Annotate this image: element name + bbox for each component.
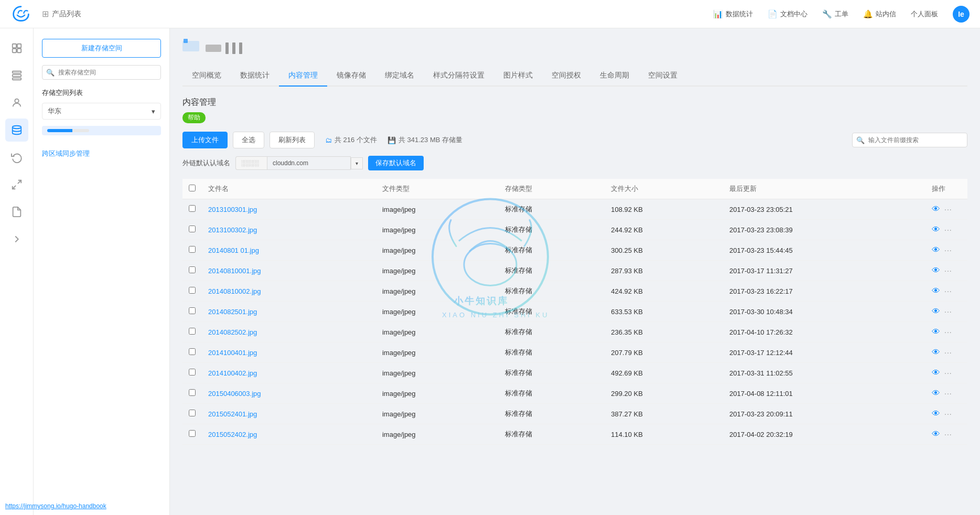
row-checkbox-6 [182, 322, 202, 342]
user-avatar[interactable]: Ie [953, 6, 970, 23]
svg-rect-4 [12, 71, 21, 73]
nav-stat[interactable]: 📊 数据统计 [713, 9, 753, 19]
view-btn-4[interactable]: 👁 [932, 286, 940, 296]
sidebar-icon-doc[interactable] [5, 200, 28, 223]
svg-rect-1 [17, 44, 20, 48]
view-btn-1[interactable]: 👁 [932, 225, 940, 234]
header-actions: 操作 [925, 179, 967, 199]
cell-filetype-7: image/jpeg [376, 342, 499, 363]
view-btn-6[interactable]: 👁 [932, 327, 940, 337]
svg-point-7 [15, 99, 18, 103]
row-check-7[interactable] [189, 348, 196, 355]
tab-domain[interactable]: 绑定域名 [375, 66, 424, 87]
bell-icon: 🔔 [863, 9, 873, 19]
row-checkbox-8 [182, 363, 202, 383]
domain-main[interactable]: clouddn.com [267, 156, 351, 170]
view-btn-9[interactable]: 👁 [932, 389, 940, 398]
tab-settings[interactable]: 空间设置 [639, 66, 687, 87]
refresh-button[interactable]: 刷新列表 [270, 132, 315, 148]
tab-stats[interactable]: 数据统计 [231, 66, 279, 87]
view-btn-7[interactable]: 👁 [932, 348, 940, 357]
domain-dropdown-arrow[interactable]: ▾ [351, 157, 363, 169]
top-nav: ⊞ 产品列表 📊 数据统计 📄 文档中心 🔧 工单 🔔 站内信 个人面板 Ie [0, 0, 980, 28]
tab-overview[interactable]: 空间概览 [182, 66, 231, 87]
nav-ticket[interactable]: 🔧 工单 [822, 9, 848, 19]
table-row: 20140801 01.jpg image/jpeg 标准存储 300.25 K… [182, 240, 967, 261]
cross-region-link[interactable]: 跨区域同步管理 [42, 146, 161, 162]
sidebar-icon-expand[interactable] [5, 173, 28, 196]
more-btn-8[interactable]: ··· [944, 369, 952, 377]
help-badge[interactable]: 帮助 [182, 112, 206, 123]
view-btn-5[interactable]: 👁 [932, 307, 940, 316]
cell-filetype-9: image/jpeg [376, 383, 499, 404]
more-btn-1[interactable]: ··· [944, 226, 952, 234]
tab-mirror[interactable]: 镜像存储 [327, 66, 375, 87]
select-all-button[interactable]: 全选 [233, 132, 264, 148]
cell-storagetype-3: 标准存储 [499, 261, 605, 281]
file-search-input[interactable] [852, 133, 967, 147]
space-search-input[interactable] [42, 65, 161, 80]
row-check-1[interactable] [189, 226, 196, 232]
header-storagetype: 存储类型 [499, 179, 605, 199]
nav-profile[interactable]: 个人面板 [911, 9, 938, 19]
more-btn-11[interactable]: ··· [944, 430, 952, 438]
view-btn-0[interactable]: 👁 [932, 205, 940, 214]
more-btn-6[interactable]: ··· [944, 328, 952, 336]
more-btn-9[interactable]: ··· [944, 389, 952, 398]
cell-updated-1: 2017-03-23 23:08:39 [723, 220, 925, 240]
row-check-11[interactable] [189, 430, 196, 437]
tabs: 空间概览 数据统计 内容管理 镜像存储 绑定域名 样式分隔符设置 图片样式 空间… [182, 66, 967, 87]
cell-filename-11: 2015052402.jpg [202, 424, 376, 445]
more-btn-5[interactable]: ··· [944, 307, 952, 316]
cell-actions-4: 👁 ··· [925, 281, 967, 302]
region-selector[interactable]: 华东 ▾ [42, 103, 161, 120]
upload-button[interactable]: 上传文件 [182, 132, 228, 148]
sidebar-icon-list[interactable] [5, 64, 28, 87]
view-btn-8[interactable]: 👁 [932, 368, 940, 378]
row-check-9[interactable] [189, 389, 196, 396]
row-check-2[interactable] [189, 246, 196, 253]
bottom-link[interactable]: https://jimmysong.io/hugo-handbook [5, 502, 106, 510]
more-btn-7[interactable]: ··· [944, 348, 952, 357]
cell-filename-4: 20140810002.jpg [202, 281, 376, 302]
row-check-5[interactable] [189, 307, 196, 314]
sidebar-icon-refresh[interactable] [5, 146, 28, 169]
tab-auth[interactable]: 空间授权 [542, 66, 590, 87]
view-btn-10[interactable]: 👁 [932, 409, 940, 419]
view-btn-11[interactable]: 👁 [932, 430, 940, 439]
more-btn-4[interactable]: ··· [944, 287, 952, 295]
cell-filetype-2: image/jpeg [376, 240, 499, 261]
nav-message[interactable]: 🔔 站内信 [863, 9, 896, 19]
view-btn-2[interactable]: 👁 [932, 245, 940, 255]
sidebar-icon-dashboard[interactable] [5, 37, 28, 60]
tab-separator[interactable]: 样式分隔符设置 [424, 66, 494, 87]
space-item[interactable] [42, 126, 161, 135]
sidebar-icon-arrow[interactable] [5, 228, 28, 251]
more-btn-2[interactable]: ··· [944, 246, 952, 254]
tab-lifecycle[interactable]: 生命周期 [590, 66, 639, 87]
row-check-6[interactable] [189, 328, 196, 335]
nav-doc[interactable]: 📄 文档中心 [768, 9, 807, 19]
row-check-4[interactable] [189, 287, 196, 294]
sidebar-icon-user[interactable] [5, 91, 28, 114]
left-panel: 新建存储空间 🔍 存储空间列表 华东 ▾ 跨区域同步管理 [34, 28, 170, 515]
more-btn-0[interactable]: ··· [944, 205, 952, 213]
save-domain-button[interactable]: 保存默认域名 [368, 156, 424, 170]
row-check-0[interactable] [189, 205, 196, 212]
sidebar-icon-storage[interactable] [5, 119, 28, 142]
row-check-3[interactable] [189, 266, 196, 273]
new-space-button[interactable]: 新建存储空间 [42, 39, 161, 58]
cell-storagetype-11: 标准存储 [499, 424, 605, 445]
view-btn-3[interactable]: 👁 [932, 266, 940, 275]
storage-indicator [47, 129, 89, 132]
more-btn-10[interactable]: ··· [944, 410, 952, 418]
tab-content[interactable]: 内容管理 [279, 66, 327, 87]
row-check-10[interactable] [189, 410, 196, 416]
logo[interactable] [10, 4, 31, 25]
more-btn-3[interactable]: ··· [944, 266, 952, 275]
tab-imgstyle[interactable]: 图片样式 [494, 66, 542, 87]
row-check-8[interactable] [189, 369, 196, 375]
select-all-checkbox[interactable] [189, 185, 196, 191]
search-right-icon: 🔍 [856, 136, 865, 144]
cell-filesize-9: 299.20 KB [605, 383, 723, 404]
